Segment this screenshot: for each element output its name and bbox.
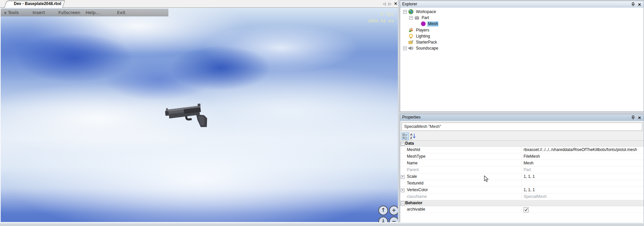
svg-text:A: A <box>410 133 413 136</box>
tab-scroll-right-icon[interactable]: ▷ <box>387 1 392 6</box>
expand-toggle-icon[interactable]: + <box>403 47 407 50</box>
document-tabbar: Dev - Baseplate2048.rbxl ◁ ▷ ✕ <box>0 0 398 8</box>
tree-item-label[interactable]: Workspace <box>415 9 437 14</box>
tree-item-label[interactable]: Mesh <box>427 21 438 26</box>
tree-item-label[interactable]: StarterPack <box>415 40 438 45</box>
tree-item-label[interactable]: Players <box>415 28 430 33</box>
section-header-behavior[interactable]: − Behavior <box>400 200 644 206</box>
frame-time: 2009.91 ms <box>368 17 394 24</box>
tab-scroll-left-icon[interactable]: ◁ <box>382 1 387 6</box>
property-row-classname[interactable]: className SpecialMesh <box>400 194 644 200</box>
property-row-scale[interactable]: + Scale 1, 1, 1 <box>400 173 644 180</box>
tab-close-icon[interactable]: ✕ <box>393 1 398 6</box>
properties-toolbar: A Z <box>400 132 644 141</box>
menu-item-tools[interactable]: x Tools <box>4 10 19 15</box>
zoom-in-button[interactable]: + <box>389 206 399 215</box>
game-pane: Dev - Baseplate2048.rbxl ◁ ▷ ✕ x Tools I… <box>0 0 398 222</box>
properties-panel: SpecialMesh "Mesh" A Z − Data <box>400 121 644 222</box>
application-window: Dev - Baseplate2048.rbxl ◁ ▷ ✕ x Tools I… <box>0 0 644 226</box>
selected-object-label: SpecialMesh "Mesh" <box>404 124 441 129</box>
pin-icon[interactable] <box>631 2 635 6</box>
property-row-name[interactable]: Name Mesh <box>400 160 644 167</box>
game-menubar: x Tools Insert Fullscreen Help... Exit <box>1 9 168 16</box>
checkmark-icon <box>524 208 528 212</box>
lighting-icon <box>408 33 414 39</box>
property-row-textureid[interactable]: TextureId <box>400 180 644 187</box>
workspace-globe-icon <box>408 9 414 14</box>
3d-viewport[interactable]: x Tools Insert Fullscreen Help... Exit 0… <box>0 8 398 222</box>
soundscape-icon <box>408 46 414 51</box>
archivable-checkbox[interactable] <box>524 207 529 212</box>
property-row-parent[interactable]: Parent Part <box>400 167 644 173</box>
menu-item-exit[interactable]: Exit <box>117 10 125 15</box>
sort-az-icon[interactable]: A Z <box>410 133 416 139</box>
pistol-mesh-model[interactable] <box>164 100 212 131</box>
players-icon <box>408 27 414 33</box>
properties-close-icon[interactable]: ✕ <box>637 115 642 120</box>
properties-titlebar: Properties ✕ <box>400 114 644 121</box>
menu-item-fullscreen[interactable]: Fullscreen <box>58 10 80 15</box>
camera-up-button[interactable]: ↑ <box>378 206 388 215</box>
expand-toggle-icon[interactable]: + <box>403 10 407 14</box>
categorized-icon[interactable] <box>401 133 409 140</box>
tree-item-label[interactable]: Part <box>421 15 430 20</box>
expand-icon[interactable]: + <box>401 189 405 192</box>
tree-item-label[interactable]: Lighting <box>415 34 431 39</box>
property-row-meshtype[interactable]: MeshType FileMesh <box>400 153 644 160</box>
selected-object-box[interactable]: SpecialMesh "Mesh" <box>401 123 642 131</box>
tree-item-label[interactable]: Soundscape <box>415 46 439 51</box>
explorer-close-icon[interactable]: ✕ <box>637 2 642 7</box>
explorer-tree: + Workspace + Part <box>400 8 644 112</box>
mesh-icon <box>421 21 426 26</box>
starterpack-icon <box>408 40 414 45</box>
menu-item-insert[interactable]: Insert <box>33 10 45 15</box>
pin-icon[interactable] <box>631 116 635 120</box>
property-row-meshid[interactable]: MeshId rbxasset://../../../shareddata/Ri… <box>400 147 644 153</box>
properties-title: Properties <box>402 114 421 121</box>
document-tab-title[interactable]: Dev - Baseplate2048.rbxl <box>7 1 68 7</box>
fps-counter: 0 fps <box>368 10 394 17</box>
part-icon <box>414 15 420 20</box>
property-row-vertexcolor[interactable]: + VertexColor 1, 1, 1 <box>400 187 644 194</box>
menu-item-help[interactable]: Help... <box>86 10 100 15</box>
collapse-icon[interactable]: − <box>401 142 405 146</box>
property-grid: − Data MeshId rbxasset://../../../shared… <box>400 141 644 225</box>
expand-toggle-icon[interactable]: + <box>409 16 413 20</box>
performance-overlay: 0 fps 2009.91 ms <box>368 10 394 24</box>
taskbar-edge <box>0 222 644 226</box>
explorer-title: Explorer <box>402 1 417 7</box>
collapse-icon[interactable]: − <box>401 202 405 205</box>
svg-text:Z: Z <box>410 136 412 139</box>
explorer-titlebar: Explorer ✕ <box>400 1 644 8</box>
expand-icon[interactable]: + <box>401 175 405 179</box>
section-header-data[interactable]: − Data <box>400 141 644 147</box>
property-row-archivable[interactable]: archivable <box>400 206 644 213</box>
mouse-cursor <box>484 175 489 182</box>
